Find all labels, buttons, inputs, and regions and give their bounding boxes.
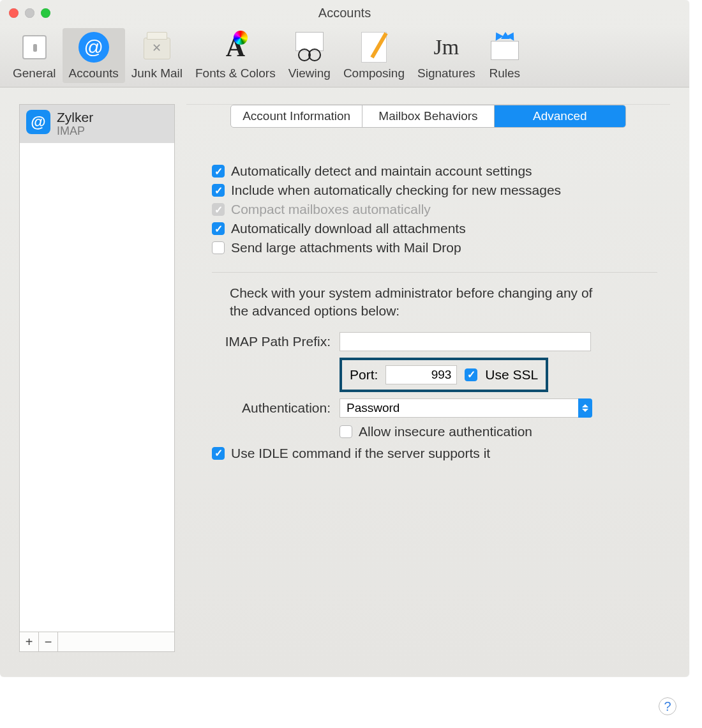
toolbar-fonts-colors[interactable]: A Fonts & Colors: [189, 28, 282, 83]
use-ssl-label: Use SSL: [485, 367, 538, 383]
help-button[interactable]: ?: [659, 697, 676, 715]
signatures-icon: Jm: [434, 35, 459, 59]
check-allow-insecure[interactable]: Allow insecure authentication: [340, 424, 532, 439]
checkbox-icon: ✓: [212, 203, 225, 216]
window-title: Accounts: [0, 6, 689, 20]
port-input[interactable]: [385, 365, 457, 384]
checkbox-icon: ✓: [212, 222, 225, 235]
chevron-updown-icon: [578, 398, 592, 418]
content-area: @ Zylker IMAP + − Account Information Ma…: [0, 87, 689, 669]
toolbar-rules[interactable]: Rules: [482, 28, 528, 83]
check-download-attachments[interactable]: ✓ Automatically download all attachments: [212, 221, 657, 236]
toolbar-composing[interactable]: Composing: [337, 28, 411, 83]
accounts-list: @ Zylker IMAP: [20, 105, 174, 632]
toolbar-junk-mail[interactable]: Junk Mail: [125, 28, 189, 83]
admin-notice: Check with your system administrator bef…: [230, 284, 613, 321]
check-compact-mailboxes: ✓ Compact mailboxes automatically: [212, 202, 657, 217]
fonts-colors-icon: A: [226, 32, 245, 63]
toolbar-accounts[interactable]: @ Accounts: [63, 28, 125, 83]
add-account-button[interactable]: +: [20, 632, 39, 651]
accounts-sidebar: @ Zylker IMAP + −: [19, 104, 175, 652]
toolbar-general[interactable]: General: [6, 28, 63, 83]
sidebar-footer: + −: [20, 632, 174, 651]
row-port: Port: ✓ Use SSL: [212, 358, 657, 392]
composing-icon: [361, 32, 387, 63]
row-authentication: Authentication: Password: [212, 398, 657, 418]
toolbar-label: Signatures: [417, 66, 475, 80]
divider: [212, 272, 657, 273]
preferences-toolbar: General @ Accounts Junk Mail A Fonts & C…: [0, 26, 689, 87]
titlebar: Accounts: [0, 0, 689, 26]
check-mail-drop[interactable]: Send large attachments with Mail Drop: [212, 240, 657, 255]
tab-mailbox-behaviors[interactable]: Mailbox Behaviors: [362, 105, 494, 127]
toolbar-label: Viewing: [288, 66, 331, 80]
rules-icon: [491, 34, 519, 60]
toolbar-label: Junk Mail: [131, 66, 183, 80]
remove-account-button[interactable]: −: [39, 632, 58, 651]
accounts-icon: @: [78, 32, 109, 63]
check-use-idle[interactable]: ✓ Use IDLE command if the server support…: [212, 446, 657, 461]
toolbar-label: Accounts: [69, 66, 119, 80]
preferences-window: Accounts General @ Accounts Junk Mail A …: [0, 0, 689, 677]
account-protocol: IMAP: [57, 125, 93, 138]
advanced-panel: ✓ Automatically detect and maintain acco…: [186, 153, 670, 478]
imap-prefix-input[interactable]: [340, 332, 591, 351]
row-imap-path-prefix: IMAP Path Prefix:: [212, 332, 657, 351]
checkbox-icon: ✓: [212, 184, 225, 197]
toolbar-viewing[interactable]: Viewing: [282, 28, 337, 83]
checkbox-icon: [212, 241, 225, 254]
use-ssl-checkbox[interactable]: ✓: [465, 368, 477, 381]
checkbox-icon: ✓: [212, 447, 225, 460]
tab-advanced[interactable]: Advanced: [495, 105, 625, 127]
account-tabs: Account Information Mailbox Behaviors Ad…: [230, 105, 626, 128]
toolbar-label: General: [13, 66, 56, 80]
toolbar-label: Composing: [343, 66, 405, 80]
checkbox-icon: ✓: [212, 165, 225, 178]
toolbar-label: Rules: [488, 66, 521, 80]
port-ssl-highlight: Port: ✓ Use SSL: [340, 358, 548, 392]
account-name: Zylker: [57, 110, 93, 125]
authentication-select[interactable]: Password: [340, 398, 592, 418]
row-allow-insecure: Allow insecure authentication: [212, 424, 657, 439]
checkbox-icon: [340, 425, 352, 438]
account-row[interactable]: @ Zylker IMAP: [20, 105, 174, 143]
imap-prefix-label: IMAP Path Prefix:: [212, 334, 340, 349]
account-detail-panel: Account Information Mailbox Behaviors Ad…: [186, 104, 670, 652]
authentication-label: Authentication:: [212, 400, 340, 416]
toolbar-signatures[interactable]: Jm Signatures: [411, 28, 482, 83]
toolbar-label: Fonts & Colors: [195, 66, 276, 80]
tab-account-information[interactable]: Account Information: [231, 105, 362, 127]
viewing-icon: [294, 32, 325, 63]
check-auto-detect[interactable]: ✓ Automatically detect and maintain acco…: [212, 163, 657, 179]
authentication-value: Password: [340, 398, 578, 418]
check-include-when-checking[interactable]: ✓ Include when automatically checking fo…: [212, 183, 657, 198]
port-label: Port:: [350, 367, 378, 383]
general-icon: [22, 35, 47, 59]
trash-icon: [144, 38, 170, 59]
at-badge-icon: @: [26, 110, 50, 134]
